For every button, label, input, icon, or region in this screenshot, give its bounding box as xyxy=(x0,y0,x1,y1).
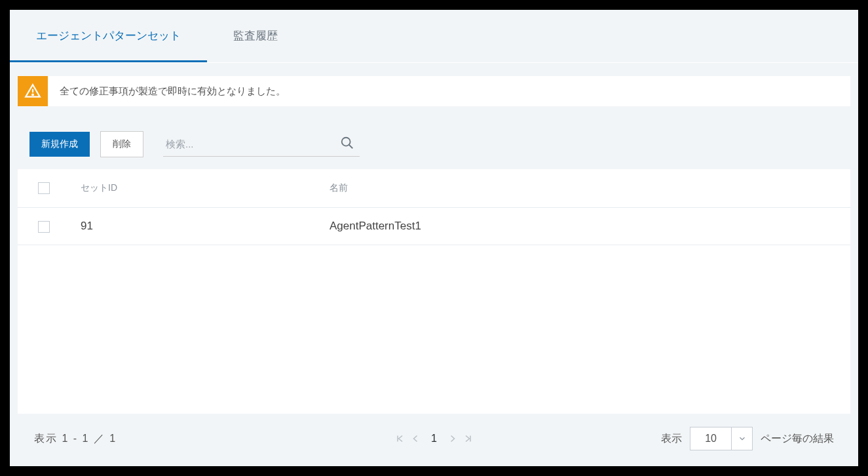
warning-icon xyxy=(24,83,41,100)
cell-set-id: 91 xyxy=(70,208,319,245)
cell-name: AgentPatternTest1 xyxy=(319,208,850,245)
column-header-name[interactable]: 名前 xyxy=(319,169,850,208)
pagination-controls: 1 xyxy=(396,433,472,445)
page-size-value: 10 xyxy=(690,433,731,445)
show-label: 表示 xyxy=(661,432,682,446)
column-header-checkbox xyxy=(18,169,70,208)
current-page: 1 xyxy=(427,433,441,445)
data-table: セットID 名前 91 AgentPatternTest1 xyxy=(18,169,850,245)
toolbar: 新規作成 削除 xyxy=(10,106,858,169)
pagination-page-size: 表示 10 ページ毎の結果 xyxy=(661,427,834,450)
column-header-set-id[interactable]: セットID xyxy=(70,169,319,208)
search-input[interactable] xyxy=(163,132,360,156)
last-page-icon[interactable] xyxy=(464,435,472,443)
prev-page-icon[interactable] xyxy=(411,435,419,443)
notification-bar: 全ての修正事項が製造で即時に有効となりました。 xyxy=(18,76,850,106)
results-label: ページ毎の結果 xyxy=(761,432,834,446)
table-container: セットID 名前 91 AgentPatternTest1 xyxy=(18,169,850,414)
notification-message: 全ての修正事項が製造で即時に有効となりました。 xyxy=(48,76,297,106)
create-button[interactable]: 新規作成 xyxy=(29,132,90,157)
select-all-checkbox[interactable] xyxy=(38,182,50,194)
search-box xyxy=(163,132,360,157)
first-page-icon[interactable] xyxy=(396,435,404,443)
next-page-icon[interactable] xyxy=(449,435,457,443)
delete-button[interactable]: 削除 xyxy=(100,131,143,157)
svg-line-3 xyxy=(349,144,353,148)
tab-agent-pattern-set[interactable]: エージェントパターンセット xyxy=(10,10,207,62)
pagination-bar: 表示 1 - 1 ／ 1 1 表示 10 xyxy=(18,414,850,466)
row-checkbox[interactable] xyxy=(38,221,50,233)
svg-point-1 xyxy=(32,94,33,96)
tabs-container: エージェントパターンセット 監査履歴 xyxy=(10,10,858,63)
svg-point-2 xyxy=(342,137,350,146)
search-icon[interactable] xyxy=(340,136,354,153)
warning-icon-box xyxy=(18,76,48,106)
tab-audit-history[interactable]: 監査履歴 xyxy=(207,10,304,62)
chevron-down-icon[interactable] xyxy=(731,427,752,450)
page-size-select[interactable]: 10 xyxy=(690,427,753,450)
table-row[interactable]: 91 AgentPatternTest1 xyxy=(18,208,850,245)
pagination-showing: 表示 1 - 1 ／ 1 xyxy=(34,432,117,446)
app-container: エージェントパターンセット 監査履歴 全ての修正事項が製造で即時に有効となりまし… xyxy=(10,10,858,466)
